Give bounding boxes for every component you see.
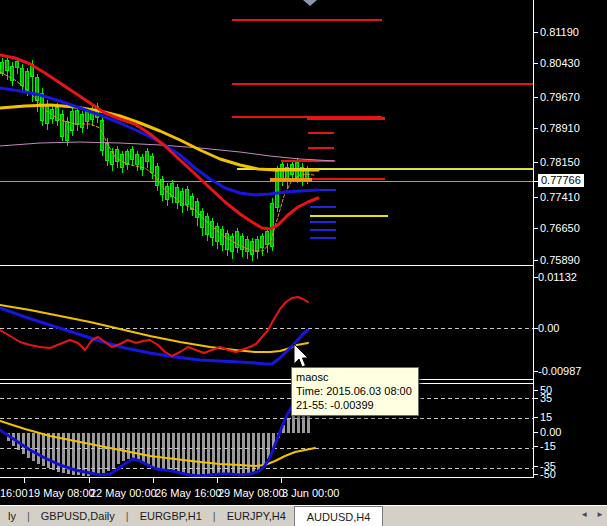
ma-orange [0,72,314,251]
price-tick-label: 0.75890 [540,254,580,266]
chart-tab-audusd-h4[interactable]: AUDUSD,H4 [294,506,384,526]
price-tick-label: 0.78910 [540,122,580,134]
chart-tab-ly[interactable]: ly [0,506,24,526]
price-tick-label: 0.76650 [540,222,580,234]
histogram-panel [0,390,533,476]
tab-separator: | [213,506,216,526]
chart-tab-eurgbp-h1[interactable]: EURGBP,H1 [132,506,210,526]
candlestick-series [1,56,309,261]
tooltip-value: 21-55: -0.00399 [296,398,412,412]
price-tick-label: 0.78150 [540,156,580,168]
level-segments [0,20,533,238]
chart-tab-gbpusd-daily[interactable]: GBPUSD,Daily [33,506,123,526]
time-tick-label: 3 Jun 00:00 [282,487,340,499]
oscillator-tick-label: -0.00987 [538,365,581,377]
top-marker-icon [303,0,317,6]
oscillator-tick-label: 0.01132 [538,271,577,283]
oscillator-tick-label: 0.00 [538,322,559,334]
current-price-badge: 0.77766 [538,174,584,187]
tab-scroll-left-button[interactable]: ◄ [580,511,588,519]
tab-separator: | [27,506,30,526]
chart-canvas[interactable] [0,0,607,526]
histogram-tick-label: 0.00 [540,426,561,438]
time-tick-label: 22 May 00:00 [90,487,157,499]
oscillator-panel [0,297,533,364]
time-tick-label: 19 May 08:00 [28,487,95,499]
price-tick-label: 0.81190 [540,26,579,38]
price-tick-label: 0.80430 [540,57,580,69]
mt4-chart-window: 0.811900.804300.796700.789100.781500.774… [0,0,607,526]
histogram-tick-label: -50 [540,468,556,480]
histogram-tick-label: 35 [540,392,552,404]
chart-tab-eurjpy-h4[interactable]: EURJPY,H4 [219,506,294,526]
indicator-tooltip: maosc Time: 2015.06.03 08:00 21-55: -0.0… [291,367,419,416]
histogram-tick-label: 15 [540,411,552,423]
tab-scroll-right-button[interactable]: ► [596,511,604,519]
price-tick-label: 0.79670 [540,91,580,103]
tab-scroll-buttons: ◄ ► [580,511,604,519]
time-tick-label: 29 May 08:00 [218,487,285,499]
price-tick-label: 0.77410 [540,191,580,203]
histogram-tick-label: -15 [540,440,556,452]
tab-separator: | [126,506,129,526]
chart-tab-bar: ly|GBPUSD,Daily|EURGBP,H1|EURJPY,H4AUDUS… [0,505,607,526]
axis-ticks [24,32,538,483]
time-tick-label: 26 May 16:00 [155,487,222,499]
time-tick-label: 16:00 [0,487,28,499]
ma-purple [0,142,335,161]
tooltip-time: Time: 2015.06.03 08:00 [296,384,412,398]
tooltip-indicator-name: maosc [296,370,412,384]
